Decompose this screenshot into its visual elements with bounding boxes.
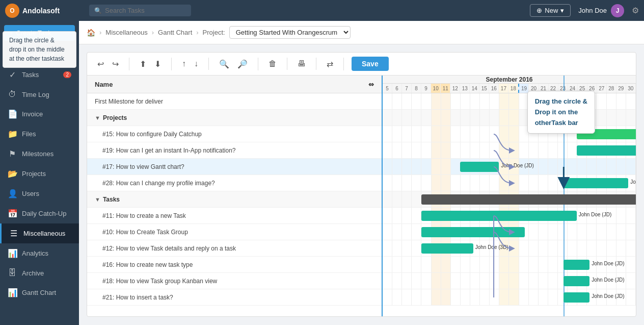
gantt-day-col [451, 257, 461, 272]
gantt-bar[interactable]: John Doe (JD) [564, 276, 589, 286]
day-cell: 27 [597, 84, 607, 93]
list-item[interactable]: ▼ Tasks [87, 191, 382, 208]
breadcrumb-ganttchart[interactable]: Gantt Chart [158, 29, 192, 36]
day-cell: 12 [450, 84, 460, 93]
day-cell: 16 [489, 84, 499, 93]
zoom-in-button[interactable]: 🔍 [217, 58, 232, 70]
gantt-day-col [509, 93, 519, 109]
search-bar[interactable]: 🔍 [89, 5, 191, 16]
gantt-day-col [626, 224, 636, 240]
gantt-day-col [402, 126, 412, 142]
gantt-bar[interactable] [421, 194, 636, 205]
zoom-out-button[interactable]: 🔎 [235, 58, 250, 70]
gantt-day-col [432, 126, 441, 142]
home-icon[interactable]: 🏠 [87, 29, 95, 37]
list-item[interactable]: #10: How to Create Task Group [87, 224, 382, 240]
gantt-days-row: 5678910111213141516171819202122232425262… [383, 84, 636, 93]
move-up-button[interactable]: ↑ [179, 58, 189, 70]
gantt-day-col [509, 257, 519, 272]
list-item[interactable]: #21: How to insert a task? [87, 289, 382, 306]
drag-tooltip-line3: otherTask bar [535, 118, 587, 129]
gear-icon[interactable]: ⚙ [632, 6, 639, 15]
search-icon: 🔍 [94, 7, 102, 14]
gantt-day-col [499, 126, 509, 142]
list-item[interactable]: #19: How can I get an instant In-App not… [87, 142, 382, 159]
bar-assignee-label: John Doe (JD) [501, 163, 533, 168]
gantt-day-col [539, 257, 548, 272]
user-area[interactable]: John Doe J [578, 4, 624, 17]
gantt-day-col [548, 142, 558, 158]
sidebar-item-ganttchart[interactable]: 📊 Gantt Chart [0, 283, 79, 303]
breadcrumb-miscellaneous[interactable]: Miscellaneous [105, 29, 147, 36]
resize-handle[interactable]: ⇔ [368, 81, 374, 88]
sidebar-item-archive[interactable]: 🗄 Archive [0, 263, 79, 283]
gantt-day-col [616, 240, 626, 256]
gantt-day-col [616, 159, 626, 174]
save-button[interactable]: Save [352, 57, 389, 71]
gantt-day-col [577, 240, 587, 256]
sidebar-item-label: Archive [22, 269, 44, 277]
gantt-bar[interactable]: John Doe (JD) [577, 145, 636, 156]
gantt-day-col [421, 273, 431, 289]
sidebar-item-dailycatchup[interactable]: 📅 Daily Catch-Up [0, 204, 79, 223]
indent-out-button[interactable]: ⬇ [152, 58, 164, 70]
drag-tooltip-line2: Drop it on the [535, 107, 587, 118]
gantt-bar[interactable]: John Doe (JD) [564, 292, 589, 303]
gantt-day-col [421, 110, 431, 126]
gantt-day-col [539, 159, 548, 174]
list-item[interactable]: #15: How to configure Daily Catchup [87, 126, 382, 142]
gantt-day-col [470, 175, 480, 191]
list-item[interactable]: First Milestone for deliver [87, 93, 382, 110]
list-item[interactable]: #16: How to create new task type [87, 257, 382, 273]
collapse-icon[interactable]: ▼ [95, 196, 100, 203]
sidebar-item-miscellaneous[interactable]: ☰ Miscellaneous [0, 223, 79, 243]
sidebar-item-analytics[interactable]: 📊 Analytics [0, 243, 79, 263]
print-button[interactable]: 🖶 [295, 58, 308, 70]
sidebar-item-milestones[interactable]: ⚑ Milestones [0, 144, 79, 164]
sidebar-item-invoice[interactable]: 📄 Invoice [0, 104, 79, 124]
undo-button[interactable]: ↩ [95, 58, 106, 70]
gantt-day-col [451, 273, 461, 289]
gantt-day-col [451, 142, 461, 158]
redo-button[interactable]: ↪ [110, 58, 121, 70]
gantt-bar[interactable]: John Doe (JD) [564, 260, 589, 270]
indent-in-button[interactable]: ⬆ [137, 58, 149, 70]
sidebar-item-projects[interactable]: 📂 Projects [0, 164, 79, 184]
gantt-day-col [392, 159, 402, 174]
gantt-day-col [451, 289, 461, 305]
gantt-bar[interactable]: John Doe (JD) [460, 162, 499, 172]
milestones-icon: ⚑ [8, 149, 17, 159]
gantt-day-col [597, 240, 606, 256]
list-item[interactable]: #12: How to view Task details and reply … [87, 240, 382, 257]
day-cell: 11 [441, 84, 450, 93]
link-button[interactable]: ⇄ [324, 58, 336, 70]
delete-button[interactable]: 🗑 [266, 58, 279, 70]
list-item[interactable]: #17: How to view Gantt chart? [87, 159, 382, 175]
project-selector[interactable]: Getting Started With Orangescrum [229, 26, 351, 39]
move-down-button[interactable]: ↓ [192, 58, 201, 70]
list-item[interactable]: #18: How to view Task group Kanban view [87, 273, 382, 289]
dailycatchup-icon: 📅 [8, 209, 17, 218]
gantt-bar[interactable]: John Doe (3D) [421, 243, 473, 254]
list-item[interactable]: ▼ Projects [87, 110, 382, 126]
name-column-header: Name [95, 81, 113, 88]
gantt-day-col [568, 240, 577, 256]
invoice-icon: 📄 [8, 109, 17, 119]
gantt-day-col [383, 208, 392, 223]
new-button[interactable]: ⊕ New ▾ [530, 4, 571, 17]
sidebar-item-label: Daily Catch-Up [22, 210, 66, 217]
gantt-day-col [490, 126, 499, 142]
gantt-bar[interactable]: John Doe (JD) [421, 211, 577, 221]
gantt-day-col [480, 142, 490, 158]
gantt-day-col [441, 126, 451, 142]
gantt-day-col [412, 240, 421, 256]
sidebar-item-files[interactable]: 📁 Files [0, 124, 79, 144]
collapse-icon[interactable]: ▼ [95, 115, 100, 121]
gantt-bar[interactable]: John Doe (JD) [564, 178, 628, 188]
sidebar-item-users[interactable]: 👤 Users [0, 184, 79, 204]
search-input[interactable] [105, 7, 186, 14]
list-item[interactable]: #28: How can I change my profile image? [87, 175, 382, 191]
list-item[interactable]: #11: How to create a new Task [87, 208, 382, 224]
sidebar-item-timelog[interactable]: ⏱ Time Log [0, 85, 79, 104]
gantt-bar[interactable] [421, 227, 525, 237]
